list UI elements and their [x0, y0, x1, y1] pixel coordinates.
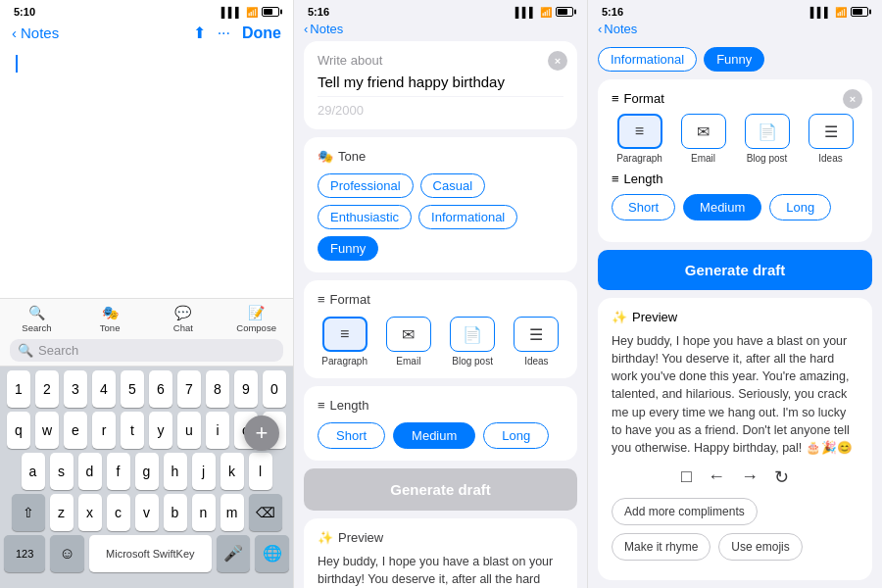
battery-icon-3 [851, 7, 868, 17]
key-t[interactable]: t [121, 412, 144, 449]
key-num-switch[interactable]: 123 [4, 535, 45, 572]
panel3-scroll[interactable]: Informational Funny × ≡ Format ≡ Paragra… [588, 41, 882, 588]
toolbar-compose[interactable]: 📝 Compose [220, 305, 293, 333]
p3-email-icon: ✉ [681, 114, 726, 149]
back-button-2[interactable]: ‹ Notes [304, 22, 343, 36]
key-q[interactable]: q [7, 412, 30, 449]
p3-tone-funny[interactable]: Funny [704, 47, 764, 72]
compose-fab[interactable]: + [244, 416, 279, 451]
p3-fmt-email[interactable]: ✉ Email [675, 114, 731, 164]
key-a[interactable]: a [22, 453, 45, 490]
generate-draft-button[interactable]: Generate draft [304, 468, 577, 511]
write-about-input[interactable]: Tell my friend happy birthday [318, 74, 564, 90]
back-button-3[interactable]: ‹ Notes [598, 22, 637, 36]
key-shift[interactable]: ⇧ [12, 494, 45, 531]
key-0[interactable]: 0 [263, 370, 286, 408]
p3-generate-draft-button[interactable]: Generate draft [598, 250, 872, 290]
key-v[interactable]: v [135, 494, 159, 531]
key-delete[interactable]: ⌫ [249, 494, 282, 531]
key-space[interactable]: Microsoft SwiftKey [89, 535, 212, 572]
key-g[interactable]: g [135, 453, 159, 490]
key-globe[interactable]: 🌐 [255, 535, 289, 572]
key-3[interactable]: 3 [64, 370, 87, 408]
tone-professional[interactable]: Professional [318, 173, 414, 198]
key-w[interactable]: w [35, 412, 59, 449]
tone-section-title: 🎭 Tone [318, 149, 564, 164]
key-7[interactable]: 7 [177, 370, 201, 408]
key-1[interactable]: 1 [7, 370, 30, 408]
key-emoji[interactable]: ☺ [50, 535, 84, 572]
search-toolbar-label: Search [22, 322, 51, 333]
panel-notes-blank: 5:10 ▌▌▌ 📶 ‹ Notes ⬆ ··· Done + 🔍 Sea [0, 0, 294, 588]
key-k[interactable]: k [220, 453, 244, 490]
length-long[interactable]: Long [483, 422, 549, 449]
p3-close-btn[interactable]: × [843, 89, 862, 109]
toolbar-chat[interactable]: 💬 Chat [147, 305, 220, 333]
key-m[interactable]: m [220, 494, 244, 531]
key-9[interactable]: 9 [234, 370, 258, 408]
p3-length-short[interactable]: Short [612, 194, 675, 220]
key-z[interactable]: z [50, 494, 74, 531]
close-write-about[interactable]: × [548, 51, 567, 71]
share-icon[interactable]: ⬆ [193, 24, 206, 42]
search-input-area[interactable]: 🔍 Search [10, 339, 283, 362]
toolbar-search[interactable]: 🔍 Search [0, 305, 74, 333]
search-placeholder: Search [38, 343, 78, 358]
p3-length-medium[interactable]: Medium [683, 194, 761, 220]
key-r[interactable]: r [92, 412, 116, 449]
length-short[interactable]: Short [318, 422, 385, 449]
key-2[interactable]: 2 [35, 370, 59, 408]
key-n[interactable]: n [192, 494, 216, 531]
key-e[interactable]: e [64, 412, 87, 449]
key-x[interactable]: x [78, 494, 102, 531]
p3-fmt-blogpost[interactable]: 📄 Blog post [739, 114, 795, 164]
format-blogpost[interactable]: 📄 Blog post [446, 317, 500, 367]
key-b[interactable]: b [164, 494, 187, 531]
done-button[interactable]: Done [242, 24, 281, 42]
p3-forward-nav-icon[interactable]: → [741, 466, 759, 488]
key-y[interactable]: y [149, 412, 172, 449]
key-4[interactable]: 4 [92, 370, 116, 408]
p3-refresh-nav-icon[interactable]: ↻ [774, 466, 789, 488]
action-use-emojis[interactable]: Use emojis [718, 533, 802, 561]
tone-informational[interactable]: Informational [418, 205, 517, 229]
key-i[interactable]: i [206, 412, 229, 449]
key-h[interactable]: h [164, 453, 187, 490]
action-add-compliments[interactable]: Add more compliments [612, 498, 758, 525]
preview-section-2: ✨ Preview Hey buddy, I hope you have a b… [304, 518, 577, 588]
format-email[interactable]: ✉ Email [381, 317, 435, 367]
back-button-1[interactable]: ‹ Notes [12, 24, 59, 41]
format-paragraph[interactable]: ≡ Paragraph [318, 317, 371, 367]
key-d[interactable]: d [78, 453, 102, 490]
key-s[interactable]: s [50, 453, 74, 490]
key-5[interactable]: 5 [121, 370, 144, 408]
status-icons-3: ▌▌▌ 📶 [810, 7, 868, 18]
p3-fmt-paragraph[interactable]: ≡ Paragraph [612, 114, 667, 164]
key-j[interactable]: j [192, 453, 216, 490]
p3-tone-informational[interactable]: Informational [598, 47, 697, 72]
note-cursor-area[interactable] [0, 48, 293, 76]
p3-back-nav-icon[interactable]: ← [708, 466, 725, 488]
toolbar-tone[interactable]: 🎭 Tone [74, 305, 147, 333]
action-make-rhyme[interactable]: Make it rhyme [612, 533, 710, 561]
p3-fmt-ideas[interactable]: ☰ Ideas [803, 114, 858, 164]
format-ideas[interactable]: ☰ Ideas [510, 317, 564, 367]
keyboard[interactable]: 1 2 3 4 5 6 7 8 9 0 q w e r t y u i o p … [0, 367, 293, 588]
key-l[interactable]: l [249, 453, 272, 490]
key-u[interactable]: u [177, 412, 201, 449]
tone-casual[interactable]: Casual [420, 173, 485, 198]
key-c[interactable]: c [107, 494, 130, 531]
p3-copy-nav-icon[interactable]: □ [681, 466, 692, 488]
key-mic[interactable]: 🎤 [217, 535, 251, 572]
length-medium[interactable]: Medium [393, 422, 475, 449]
key-8[interactable]: 8 [206, 370, 229, 408]
p3-format-card: × ≡ Format ≡ Paragraph ✉ Email 📄 Blog po… [598, 79, 872, 242]
note-content-area[interactable] [0, 76, 293, 298]
tone-enthusiastic[interactable]: Enthusiastic [318, 205, 412, 229]
key-6[interactable]: 6 [149, 370, 172, 408]
keyboard-row-z: ⇧ z x c v b n m ⌫ [0, 490, 293, 531]
more-icon[interactable]: ··· [218, 24, 230, 42]
tone-funny[interactable]: Funny [318, 236, 378, 261]
p3-length-long[interactable]: Long [769, 194, 831, 220]
key-f[interactable]: f [107, 453, 130, 490]
